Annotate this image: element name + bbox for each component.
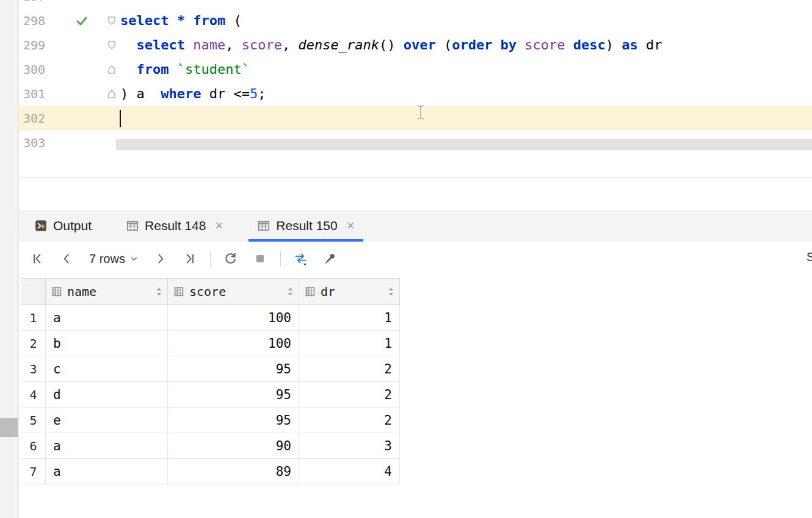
fold-marker-icon[interactable]: [107, 65, 117, 74]
column-header-score[interactable]: score: [168, 278, 299, 305]
left-strip-marker[interactable]: [0, 418, 18, 437]
cell-name[interactable]: b: [46, 331, 168, 356]
cell-dr[interactable]: 2: [299, 382, 400, 408]
cell-name[interactable]: e: [46, 408, 168, 433]
cell-name[interactable]: a: [46, 305, 168, 331]
cell-dr[interactable]: 1: [299, 331, 400, 356]
code-token: [120, 62, 137, 77]
last-page-button[interactable]: [181, 250, 199, 268]
code-token: [517, 37, 524, 52]
tab-output[interactable]: Output: [26, 210, 100, 242]
code-token: select: [137, 37, 185, 52]
editor-line[interactable]: 298select * from (: [18, 9, 812, 33]
cell-name[interactable]: a: [46, 459, 168, 484]
code-text: select name, score, dense_rank() over (o…: [120, 33, 662, 57]
cell-dr[interactable]: 4: [299, 459, 400, 484]
code-token: ) a: [120, 86, 161, 101]
line-number: 298: [23, 9, 45, 33]
editor-line[interactable]: 297: [18, 0, 812, 9]
table-row[interactable]: 6a903: [21, 433, 400, 459]
console-output-icon: [34, 219, 48, 232]
fold-marker-icon[interactable]: [107, 40, 117, 50]
previous-page-icon: [60, 252, 73, 265]
cell-score[interactable]: 95: [168, 382, 299, 408]
text-cursor-ibeam: [415, 104, 426, 121]
close-icon[interactable]: ×: [347, 219, 355, 232]
code-token: name: [193, 37, 225, 52]
first-page-button[interactable]: [28, 250, 46, 268]
cell-score[interactable]: 100: [168, 305, 299, 331]
code-token: select: [120, 13, 169, 28]
code-token: 5: [250, 86, 258, 101]
stop-button[interactable]: [251, 250, 269, 268]
code-token: from: [193, 13, 225, 28]
cell-score[interactable]: 95: [168, 356, 299, 382]
compare-data-button[interactable]: [292, 250, 310, 268]
fold-marker-icon[interactable]: [107, 89, 117, 99]
table-row[interactable]: 5e952: [21, 408, 400, 433]
sql-editor[interactable]: 297298select * from (299 select name, sc…: [18, 0, 812, 150]
toolbar-separator: [210, 251, 211, 267]
row-number: 5: [21, 408, 46, 433]
editor-line[interactable]: 301) a where dr <=5;: [18, 82, 812, 106]
code-token: [185, 37, 193, 52]
column-header-name[interactable]: name: [46, 278, 168, 305]
close-icon[interactable]: ×: [215, 219, 223, 232]
row-number: 6: [21, 433, 46, 459]
table-row[interactable]: 2b1001: [21, 331, 400, 356]
cell-score[interactable]: 100: [168, 331, 299, 356]
cell-score[interactable]: 95: [168, 408, 299, 433]
cell-dr[interactable]: 3: [299, 433, 400, 459]
code-token: [120, 37, 137, 52]
code-token: ,: [282, 37, 299, 52]
line-number: 299: [23, 33, 45, 57]
row-number: 7: [21, 459, 46, 484]
first-page-icon: [31, 252, 44, 265]
pin-tab-icon: [324, 252, 337, 265]
code-text: select * from (: [120, 9, 242, 33]
row-number: 4: [21, 382, 46, 408]
editor-lines: 297298select * from (299 select name, sc…: [18, 0, 812, 150]
table-row[interactable]: 4d952: [21, 382, 400, 408]
editor-hscrollbar[interactable]: [116, 139, 812, 150]
pin-tab-button[interactable]: [321, 250, 339, 268]
cell-score[interactable]: 90: [168, 433, 299, 459]
table-row[interactable]: 7a894: [21, 459, 400, 484]
reload-button[interactable]: [222, 250, 240, 268]
tab-result-148[interactable]: Result 148 ×: [117, 210, 231, 242]
cell-name[interactable]: d: [46, 382, 168, 408]
tab-label: Result 148: [145, 218, 206, 233]
rows-count-label: 7 rows: [89, 252, 125, 266]
code-token: dr <=: [201, 86, 249, 101]
grid-header: namescoredr: [21, 278, 400, 305]
code-token: from: [137, 62, 169, 77]
editor-line[interactable]: 299 select name, score, dense_rank() ove…: [18, 33, 812, 57]
cell-name[interactable]: c: [46, 356, 168, 382]
table-row[interactable]: 1a1001: [21, 305, 400, 331]
column-header-dr[interactable]: dr: [299, 278, 400, 305]
next-page-button[interactable]: [151, 250, 170, 268]
code-text: ) a where dr <=5;: [120, 82, 266, 106]
corner-cell[interactable]: [21, 278, 46, 305]
sort-icon[interactable]: [287, 287, 294, 297]
editor-line[interactable]: 300 from `student`: [18, 57, 812, 82]
previous-page-button[interactable]: [57, 250, 76, 268]
sort-icon[interactable]: [156, 287, 162, 297]
tab-label: Output: [53, 218, 92, 233]
row-number: 2: [21, 331, 46, 356]
code-token: order by: [452, 37, 517, 52]
cell-dr[interactable]: 2: [299, 356, 400, 382]
cell-dr[interactable]: 1: [299, 305, 400, 331]
page-size-dropdown[interactable]: 7 rows: [87, 252, 140, 266]
cell-score[interactable]: 89: [168, 459, 299, 484]
cell-name[interactable]: a: [46, 433, 168, 459]
tab-result-150[interactable]: Result 150 ×: [248, 210, 363, 242]
results-tabbar: Output Result 148 × Result 150 ×: [0, 210, 812, 242]
code-token: as: [622, 37, 638, 52]
cell-dr[interactable]: 2: [299, 408, 400, 433]
table-row[interactable]: 3c952: [21, 356, 400, 382]
code-token: [565, 37, 573, 52]
code-text: from `student`: [120, 57, 250, 82]
fold-marker-icon[interactable]: [107, 16, 117, 26]
sort-icon[interactable]: [388, 287, 394, 297]
